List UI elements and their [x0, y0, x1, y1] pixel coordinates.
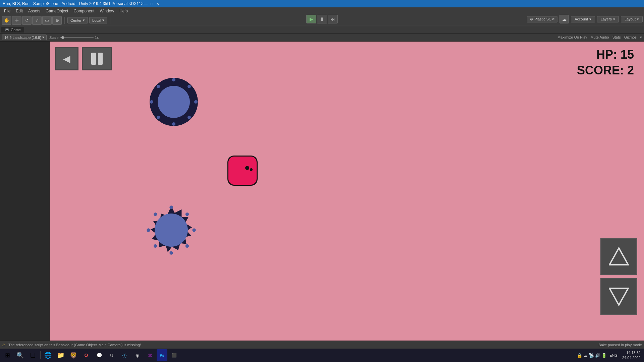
brave-button[interactable]: 🦁	[67, 349, 79, 361]
rect-tool[interactable]: ▭	[42, 16, 52, 25]
gizmos-button[interactable]: Gizmos	[624, 35, 637, 40]
svg-point-15	[154, 213, 157, 216]
scale-thumb	[61, 36, 64, 39]
cloud-button[interactable]: ☁	[559, 15, 569, 23]
files-button[interactable]: 📁	[55, 349, 67, 361]
chevron-down-icon-6: ▾	[42, 35, 44, 40]
svg-point-1	[158, 86, 190, 118]
edge-browser-button[interactable]: 🌐	[42, 349, 54, 361]
svg-point-12	[169, 251, 173, 254]
hand-tool[interactable]: ✋	[2, 16, 11, 25]
top-right-controls: ⊙ Plastic SCM ☁ Account ▾ Layers ▾ Layou…	[527, 15, 643, 23]
chevron-down-icon-4: ▾	[613, 17, 615, 21]
vpn-icon: 🔒	[577, 353, 582, 358]
hud-score: SCORE: 2	[577, 63, 634, 77]
menu-help[interactable]: Help	[117, 8, 130, 14]
unity-button[interactable]: ◉	[131, 349, 143, 361]
pause-button[interactable]: ⏸	[317, 15, 327, 23]
rotate-tool[interactable]: ↺	[22, 16, 32, 25]
chevron-down-icon-7: ▾	[640, 35, 642, 40]
game-icon: 🎮	[5, 27, 9, 32]
player-character	[227, 156, 258, 186]
app-button-1[interactable]: 💬	[93, 349, 105, 361]
unity-hub-button[interactable]: U	[106, 349, 118, 361]
maximize-on-play-button[interactable]: Maximize On Play	[557, 35, 587, 40]
scale-tool[interactable]: ⤢	[32, 16, 42, 25]
photoshop-button[interactable]: Ps	[157, 349, 167, 361]
separator-2	[110, 17, 110, 24]
menu-window[interactable]: Window	[97, 8, 117, 14]
stats-button[interactable]: Stats	[612, 35, 621, 40]
maximize-button[interactable]: □	[150, 1, 154, 6]
clock-date: 24.04.2022	[622, 355, 641, 360]
warning-icon: ⚠	[2, 343, 6, 347]
taskbar-right: 🔒 ☁ 📡 🔊 🔋 ENG 14:13:32 24.04.2022	[577, 350, 643, 361]
task-view-button[interactable]: ❑	[27, 349, 39, 361]
menu-edit[interactable]: Edit	[13, 8, 25, 14]
title-bar: Run, BLS, Run - SampleScene - Android - …	[0, 0, 644, 7]
scale-area: Scale 1x	[49, 36, 99, 40]
menu-gameobject[interactable]: GameObject	[43, 8, 71, 14]
pause-game-button[interactable]	[82, 47, 112, 70]
menu-assets[interactable]: Assets	[25, 8, 43, 14]
account-button[interactable]: Account ▾	[571, 16, 595, 22]
plastic-scm-button[interactable]: ⊙ Plastic SCM	[527, 16, 557, 22]
svg-point-13	[147, 228, 150, 232]
transform-tool[interactable]: ⊕	[52, 16, 62, 25]
game-tab-label: Game	[11, 28, 21, 32]
minimize-button[interactable]: —	[144, 1, 148, 6]
scale-value: 1x	[95, 36, 99, 40]
up-button[interactable]	[600, 238, 637, 275]
back-button[interactable]: ◀	[55, 47, 78, 70]
aspect-selector[interactable]: 16:9 Landscape (16:9) ▾	[2, 35, 47, 40]
title-bar-controls: — □ ✕	[144, 1, 160, 6]
taskbar-separator	[40, 351, 41, 359]
svg-point-7	[187, 116, 191, 119]
status-warning-text: The referenced script on this Behaviour …	[8, 343, 141, 347]
local-toggle[interactable]: Local ▾	[89, 17, 107, 23]
play-controls: ▶ ⏸ ⏭	[306, 15, 338, 23]
svg-point-2	[172, 78, 175, 81]
down-button[interactable]	[600, 278, 637, 315]
network-icon: 📡	[589, 353, 594, 358]
battery-icon: 🔋	[601, 353, 607, 358]
svg-point-14	[192, 228, 196, 232]
layers-button[interactable]: Layers ▾	[597, 16, 619, 22]
clock: 14:13:32 24.04.2022	[620, 350, 643, 361]
layout-button[interactable]: Layout ▾	[621, 16, 643, 22]
player-body	[227, 156, 258, 186]
system-icons: 🔒 ☁ 📡 🔊 🔋	[577, 353, 607, 358]
svg-point-17	[185, 213, 189, 216]
move-tool[interactable]: ✛	[12, 16, 21, 25]
center-label: Center	[70, 18, 82, 22]
svg-point-11	[169, 205, 173, 209]
step-button[interactable]: ⏭	[328, 15, 338, 23]
menu-component[interactable]: Component	[71, 8, 97, 14]
game-tab[interactable]: 🎮 Game	[1, 27, 24, 33]
pause-bar-1	[91, 53, 96, 65]
mute-audio-button[interactable]: Mute Audio	[591, 35, 609, 40]
close-button[interactable]: ✕	[156, 1, 160, 6]
chevron-down-icon-3: ▾	[589, 17, 591, 21]
terminal-button[interactable]: ⬛	[168, 349, 180, 361]
game-canvas: HP: 15 SCORE: 2 ◀	[50, 42, 644, 349]
start-button[interactable]: ⊞	[1, 349, 13, 361]
opera-button[interactable]: O	[80, 349, 92, 361]
enemy-cog-bottom	[144, 202, 199, 258]
down-arrow-icon	[609, 287, 629, 307]
status-right-text: Bake paused in play mode	[598, 343, 642, 347]
search-button[interactable]: 🔍	[14, 349, 26, 361]
scale-slider[interactable]	[60, 37, 94, 38]
svg-point-6	[157, 85, 160, 88]
center-toggle[interactable]: Center ▾	[67, 17, 88, 23]
vscode-button[interactable]: ⟨/⟩	[118, 349, 130, 361]
plastic-scm-icon: ⊙	[530, 17, 533, 21]
svg-point-8	[187, 85, 191, 88]
layout-label: Layout	[625, 17, 636, 21]
menu-file[interactable]: File	[1, 8, 13, 14]
local-label: Local	[92, 18, 101, 22]
layers-label: Layers	[601, 17, 612, 21]
play-button[interactable]: ▶	[306, 15, 316, 23]
github-button[interactable]: ⌘	[144, 349, 156, 361]
back-icon: ◀	[63, 53, 70, 64]
